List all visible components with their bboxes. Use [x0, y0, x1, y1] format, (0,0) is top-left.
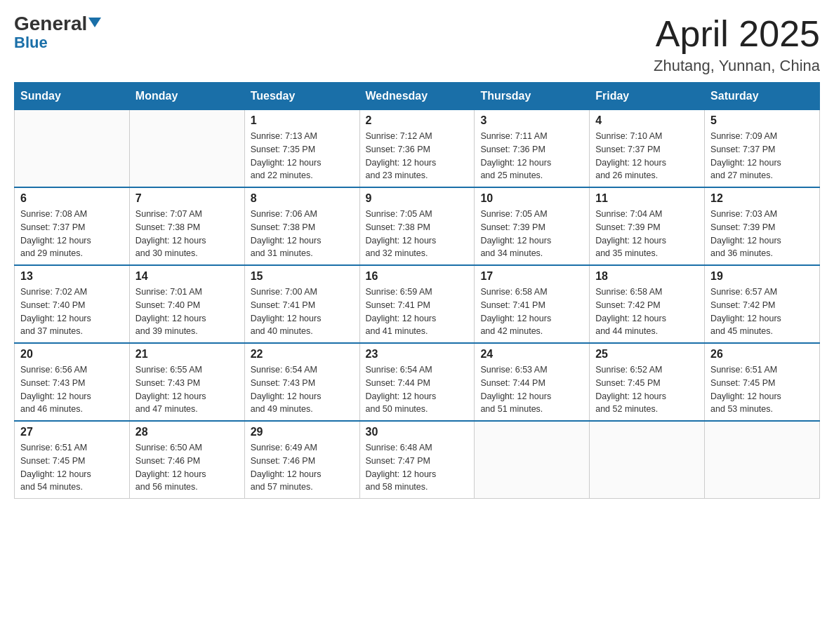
day-number: 21 [135, 348, 239, 361]
day-info: Sunrise: 6:49 AMSunset: 7:46 PMDaylight:… [251, 441, 354, 494]
day-number: 5 [710, 114, 814, 127]
calendar-cell: 1Sunrise: 7:13 AMSunset: 7:35 PMDaylight… [244, 110, 359, 188]
day-number: 23 [366, 348, 469, 361]
day-info: Sunrise: 6:58 AMSunset: 7:42 PMDaylight:… [595, 286, 699, 338]
day-header-sunday: Sunday [15, 83, 130, 110]
day-info: Sunrise: 6:48 AMSunset: 7:47 PMDaylight:… [366, 441, 469, 494]
day-info: Sunrise: 6:51 AMSunset: 7:45 PMDaylight:… [20, 441, 124, 494]
calendar-cell: 16Sunrise: 6:59 AMSunset: 7:41 PMDayligh… [359, 265, 475, 343]
calendar-cell: 27Sunrise: 6:51 AMSunset: 7:45 PMDayligh… [15, 421, 130, 499]
calendar-table: SundayMondayTuesdayWednesdayThursdayFrid… [14, 82, 820, 499]
calendar-cell: 3Sunrise: 7:11 AMSunset: 7:36 PMDaylight… [475, 110, 590, 188]
day-number: 10 [480, 192, 583, 205]
calendar-cell: 29Sunrise: 6:49 AMSunset: 7:46 PMDayligh… [244, 421, 359, 499]
calendar-cell: 22Sunrise: 6:54 AMSunset: 7:43 PMDayligh… [244, 343, 359, 421]
day-info: Sunrise: 7:04 AMSunset: 7:39 PMDaylight:… [595, 208, 699, 260]
day-number: 8 [251, 192, 354, 205]
calendar-cell: 25Sunrise: 6:52 AMSunset: 7:45 PMDayligh… [590, 343, 705, 421]
location-title: Zhutang, Yunnan, China [654, 57, 820, 75]
day-info: Sunrise: 7:01 AMSunset: 7:40 PMDaylight:… [135, 286, 239, 338]
calendar-cell: 2Sunrise: 7:12 AMSunset: 7:36 PMDaylight… [359, 110, 475, 188]
calendar-cell: 12Sunrise: 7:03 AMSunset: 7:39 PMDayligh… [705, 187, 820, 265]
day-number: 24 [480, 348, 583, 361]
day-info: Sunrise: 6:54 AMSunset: 7:44 PMDaylight:… [366, 363, 469, 416]
day-header-wednesday: Wednesday [359, 83, 475, 110]
day-info: Sunrise: 6:52 AMSunset: 7:45 PMDaylight:… [595, 363, 699, 416]
day-info: Sunrise: 7:11 AMSunset: 7:36 PMDaylight:… [480, 130, 583, 182]
calendar-cell: 8Sunrise: 7:06 AMSunset: 7:38 PMDaylight… [244, 187, 359, 265]
day-number: 16 [366, 270, 469, 283]
calendar-cell: 24Sunrise: 6:53 AMSunset: 7:44 PMDayligh… [475, 343, 590, 421]
day-number: 12 [710, 192, 814, 205]
calendar-cell: 30Sunrise: 6:48 AMSunset: 7:47 PMDayligh… [359, 421, 475, 499]
day-number: 2 [366, 114, 469, 127]
calendar-cell [590, 421, 705, 499]
month-title: April 2025 [654, 14, 820, 54]
days-header-row: SundayMondayTuesdayWednesdayThursdayFrid… [15, 83, 820, 110]
day-number: 18 [595, 270, 699, 283]
calendar-cell: 28Sunrise: 6:50 AMSunset: 7:46 PMDayligh… [129, 421, 244, 499]
calendar-cell: 26Sunrise: 6:51 AMSunset: 7:45 PMDayligh… [705, 343, 820, 421]
day-info: Sunrise: 7:09 AMSunset: 7:37 PMDaylight:… [710, 130, 814, 182]
calendar-cell: 19Sunrise: 6:57 AMSunset: 7:42 PMDayligh… [705, 265, 820, 343]
day-number: 20 [20, 348, 124, 361]
day-number: 3 [480, 114, 583, 127]
day-number: 14 [135, 270, 239, 283]
day-number: 30 [366, 426, 469, 438]
day-number: 4 [595, 114, 699, 127]
day-info: Sunrise: 7:07 AMSunset: 7:38 PMDaylight:… [135, 208, 239, 260]
logo-general: General [14, 14, 101, 34]
calendar-cell: 23Sunrise: 6:54 AMSunset: 7:44 PMDayligh… [359, 343, 475, 421]
day-number: 11 [595, 192, 699, 205]
week-row-5: 27Sunrise: 6:51 AMSunset: 7:45 PMDayligh… [15, 421, 820, 499]
calendar-cell: 21Sunrise: 6:55 AMSunset: 7:43 PMDayligh… [129, 343, 244, 421]
day-info: Sunrise: 6:59 AMSunset: 7:41 PMDaylight:… [366, 286, 469, 338]
day-info: Sunrise: 6:58 AMSunset: 7:41 PMDaylight:… [480, 286, 583, 338]
logo-blue: Blue [14, 35, 48, 51]
day-number: 1 [251, 114, 354, 127]
day-number: 26 [710, 348, 814, 361]
day-info: Sunrise: 6:51 AMSunset: 7:45 PMDaylight:… [710, 363, 814, 416]
day-info: Sunrise: 7:05 AMSunset: 7:38 PMDaylight:… [366, 208, 469, 260]
calendar-cell [15, 110, 130, 188]
calendar-cell: 11Sunrise: 7:04 AMSunset: 7:39 PMDayligh… [590, 187, 705, 265]
day-number: 27 [20, 426, 124, 438]
day-info: Sunrise: 7:13 AMSunset: 7:35 PMDaylight:… [251, 130, 354, 182]
calendar-cell: 5Sunrise: 7:09 AMSunset: 7:37 PMDaylight… [705, 110, 820, 188]
day-number: 22 [251, 348, 354, 361]
day-info: Sunrise: 7:08 AMSunset: 7:37 PMDaylight:… [20, 208, 124, 260]
day-number: 17 [480, 270, 583, 283]
calendar-cell: 4Sunrise: 7:10 AMSunset: 7:37 PMDaylight… [590, 110, 705, 188]
calendar-cell [475, 421, 590, 499]
day-info: Sunrise: 7:06 AMSunset: 7:38 PMDaylight:… [251, 208, 354, 260]
day-header-thursday: Thursday [475, 83, 590, 110]
day-number: 9 [366, 192, 469, 205]
day-info: Sunrise: 7:12 AMSunset: 7:36 PMDaylight:… [366, 130, 469, 182]
calendar-cell [705, 421, 820, 499]
calendar-cell [129, 110, 244, 188]
day-number: 28 [135, 426, 239, 438]
day-info: Sunrise: 6:56 AMSunset: 7:43 PMDaylight:… [20, 363, 124, 416]
week-row-1: 1Sunrise: 7:13 AMSunset: 7:35 PMDaylight… [15, 110, 820, 188]
day-info: Sunrise: 6:55 AMSunset: 7:43 PMDaylight:… [135, 363, 239, 416]
day-number: 6 [20, 192, 124, 205]
day-number: 29 [251, 426, 354, 438]
day-number: 19 [710, 270, 814, 283]
title-block: April 2025 Zhutang, Yunnan, China [654, 14, 820, 75]
week-row-3: 13Sunrise: 7:02 AMSunset: 7:40 PMDayligh… [15, 265, 820, 343]
day-info: Sunrise: 7:03 AMSunset: 7:39 PMDaylight:… [710, 208, 814, 260]
day-number: 15 [251, 270, 354, 283]
calendar-cell: 7Sunrise: 7:07 AMSunset: 7:38 PMDaylight… [129, 187, 244, 265]
day-info: Sunrise: 7:10 AMSunset: 7:37 PMDaylight:… [595, 130, 699, 182]
day-number: 13 [20, 270, 124, 283]
day-header-tuesday: Tuesday [244, 83, 359, 110]
week-row-2: 6Sunrise: 7:08 AMSunset: 7:37 PMDaylight… [15, 187, 820, 265]
calendar-cell: 20Sunrise: 6:56 AMSunset: 7:43 PMDayligh… [15, 343, 130, 421]
day-info: Sunrise: 7:05 AMSunset: 7:39 PMDaylight:… [480, 208, 583, 260]
calendar-cell: 18Sunrise: 6:58 AMSunset: 7:42 PMDayligh… [590, 265, 705, 343]
day-info: Sunrise: 6:53 AMSunset: 7:44 PMDaylight:… [480, 363, 583, 416]
logo-triangle-icon [88, 18, 101, 27]
day-header-friday: Friday [590, 83, 705, 110]
calendar-cell: 17Sunrise: 6:58 AMSunset: 7:41 PMDayligh… [475, 265, 590, 343]
day-info: Sunrise: 7:02 AMSunset: 7:40 PMDaylight:… [20, 286, 124, 338]
